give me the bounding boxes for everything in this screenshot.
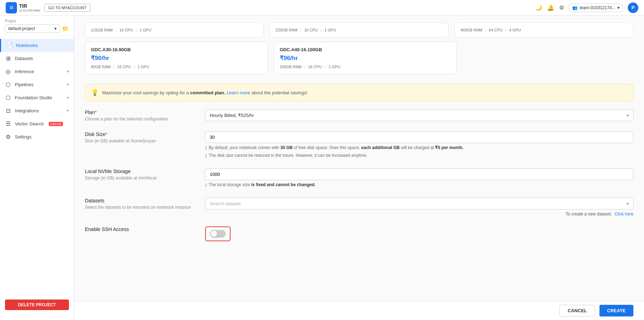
plan-control-col: Hourly Billed, ₹525/hr ▾ (205, 109, 633, 121)
disk-label-col: Disk Size* Size (in GB) avaiable at /hom… (85, 131, 198, 143)
sidebar-item-label: Settings (15, 134, 31, 140)
info-icon: ℹ (205, 153, 207, 159)
bell-icon[interactable]: 🔔 (547, 4, 554, 11)
gpu-card-price: ₹90/hr (91, 54, 262, 62)
cpu-spec: 16 CPU (120, 28, 133, 32)
disk-label-sub: Size (in GB) avaiable at /home/jovyan (85, 138, 198, 143)
required-marker: * (105, 131, 107, 137)
vector-search-icon: ☰ (5, 120, 11, 127)
logo-text-block: TIR AI PLATFORM (19, 3, 40, 12)
cancel-button[interactable]: CANCEL (559, 305, 595, 316)
project-section: Project default-project ▾ 📁 (0, 16, 74, 36)
chevron-down-icon: ▾ (67, 95, 69, 100)
nav-items: 📄 Notebooks ⊞ Datasets ◎ Inference ▾ ⬡ P… (0, 36, 74, 295)
plan-section: Plan* Choose a plan for the selected con… (85, 109, 633, 122)
toggle-thumb (211, 231, 217, 237)
learn-more-link[interactable]: Learn more (227, 90, 250, 95)
chevron-down-icon: ▾ (67, 82, 69, 87)
gpu-card-specs: 115GB RAM | 16 CPU | 1 GPU (91, 28, 258, 32)
internal-badge: Internal (49, 122, 63, 126)
chevron-down-icon: ▾ (617, 5, 620, 10)
cpu-spec: 64 CPU (489, 28, 503, 32)
team-name: team-010312174... (580, 5, 615, 10)
project-select: default-project ▾ 📁 (5, 24, 69, 33)
plan-value: Hourly Billed, ₹525/hr (210, 113, 254, 118)
sidebar-bottom: DELETE PROJECT (0, 295, 74, 314)
nvme-storage-input[interactable] (205, 168, 633, 180)
moon-icon[interactable]: 🌙 (535, 4, 542, 11)
gpu-card-above-2[interactable]: 225GB RAM | 16 CPU | 1 GPU (269, 23, 448, 37)
required-marker: * (95, 109, 97, 115)
topbar: ⊡ TIR AI PLATFORM GO TO MYACCOUNT 🌙 🔔 ⚙ … (0, 0, 644, 16)
gpu-card-above-3[interactable]: 460GB RAM | 64 CPU | 4 GPU (454, 23, 633, 37)
nvme-control-col: ℹ The local storage size is fixed and ca… (205, 168, 633, 188)
sidebar-item-label: Pipelines (15, 82, 34, 87)
sidebar-item-label: Datasets (15, 56, 33, 61)
sidebar-item-label: Foundation Studio (15, 95, 52, 100)
gpu-spec: 1 GPU (329, 65, 340, 69)
project-dropdown[interactable]: default-project ▾ (5, 24, 60, 33)
sidebar-item-settings[interactable]: ⚙ Settings (0, 130, 74, 143)
bulb-icon: 💡 (91, 89, 99, 96)
gpu-spec: 1 GPU (140, 28, 151, 32)
ssh-label-col: Enable SSH Access (85, 226, 198, 233)
cpu-spec: 16 CPU (308, 65, 322, 69)
ram-spec: 460GB RAM (460, 28, 482, 32)
main-layout: Project default-project ▾ 📁 📄 Notebooks … (0, 16, 644, 320)
sidebar-item-inference[interactable]: ◎ Inference ▾ (0, 65, 74, 78)
folder-icon[interactable]: 📁 (62, 25, 69, 32)
avatar[interactable]: P (628, 2, 638, 13)
logo: ⊡ TIR AI PLATFORM (6, 2, 40, 13)
gpu-card-name: GDC.A30-16.90GB (91, 47, 262, 52)
datasets-search-select[interactable]: Search dataset ▾ (205, 198, 633, 209)
ssh-label-title: Enable SSH Access (85, 226, 198, 232)
inference-icon: ◎ (5, 68, 11, 75)
nvme-hint: ℹ The local storage size is fixed and ca… (205, 182, 633, 188)
nvme-section: Local NVMe Storage Storage (in GB) avail… (85, 168, 633, 188)
sidebar-item-foundation-studio[interactable]: ⬡ Foundation Studio ▾ (0, 91, 74, 104)
datasets-label-title: Datasets (85, 198, 198, 203)
plan-label-sub: Choose a plan for the selected configura… (85, 117, 198, 122)
gpu-card-specs: 90GB RAM | 16 CPU | 1 GPU (91, 65, 262, 69)
gpu-cards-above-row: 115GB RAM | 16 CPU | 1 GPU 225GB RAM | 1… (85, 23, 633, 37)
gpu-cards-main-row: GDC.A30-16.90GB ₹90/hr 90GB RAM | 16 CPU… (85, 42, 633, 74)
disk-control-col: ℹ By default, your notebook comes with 3… (205, 131, 633, 159)
sidebar-item-notebooks[interactable]: 📄 Notebooks (0, 39, 74, 52)
logo-main: TIR (19, 3, 27, 9)
disk-size-input[interactable] (205, 131, 633, 143)
nvme-label-col: Local NVMe Storage Storage (in GB) avail… (85, 168, 198, 180)
gpu-spec: 1 GPU (324, 28, 336, 32)
sidebar-item-label: Integrations (15, 108, 39, 113)
plan-label-title: Plan* (85, 109, 198, 115)
nvme-label-sub: Storage (in GB) available at /mnt/local (85, 176, 198, 180)
gpu-card-above-1[interactable]: 115GB RAM | 16 CPU | 1 GPU (85, 23, 264, 37)
datasets-section: Datasets Select the datasets to be mount… (85, 198, 633, 217)
chevron-down-icon: ▾ (627, 113, 629, 118)
click-here-link[interactable]: Click here (615, 212, 633, 217)
gpu-card-specs: 100GB RAM | 16 CPU | 1 GPU (280, 65, 451, 69)
sidebar-item-label: Vector Search (15, 121, 44, 126)
gpu-card-a40[interactable]: GDC.A40-16.100GB ₹96/hr 100GB RAM | 16 C… (274, 42, 457, 74)
gpu-card-a30[interactable]: GDC.A30-16.90GB ₹90/hr 90GB RAM | 16 CPU… (85, 42, 268, 74)
go-to-account-button[interactable]: GO TO MYACCOUNT (44, 4, 90, 12)
sidebar-item-datasets[interactable]: ⊞ Datasets (0, 52, 74, 65)
sidebar-item-integrations[interactable]: ⊡ Integrations ▾ (0, 104, 74, 117)
project-label: Project (5, 19, 69, 23)
ssh-section: Enable SSH Access (85, 226, 633, 241)
bottom-action-bar: CANCEL CREATE (74, 301, 644, 320)
cpu-spec: 16 CPU (304, 28, 318, 32)
sidebar-item-pipelines[interactable]: ⬡ Pipelines ▾ (0, 78, 74, 91)
gpu-card-name: GDC.A40-16.100GB (280, 47, 451, 52)
ssh-toggle[interactable] (210, 230, 226, 238)
datasets-label-sub: Select the datasets to be mounted on not… (85, 205, 198, 210)
banner-text: Maximize your cost savings by opting for… (102, 90, 307, 95)
gear-icon[interactable]: ⚙ (559, 4, 564, 11)
team-button[interactable]: 👥 team-010312174... ▾ (569, 4, 623, 12)
delete-project-button[interactable]: DELETE PROJECT (5, 300, 69, 310)
sidebar-item-vector-search[interactable]: ☰ Vector Search Internal (0, 117, 74, 130)
gpu-spec: 1 GPU (138, 65, 149, 69)
toggle-wrapper (205, 226, 633, 241)
create-button[interactable]: CREATE (599, 305, 633, 316)
plan-select[interactable]: Hourly Billed, ₹525/hr ▾ (205, 109, 633, 121)
disk-size-section: Disk Size* Size (in GB) avaiable at /hom… (85, 131, 633, 159)
